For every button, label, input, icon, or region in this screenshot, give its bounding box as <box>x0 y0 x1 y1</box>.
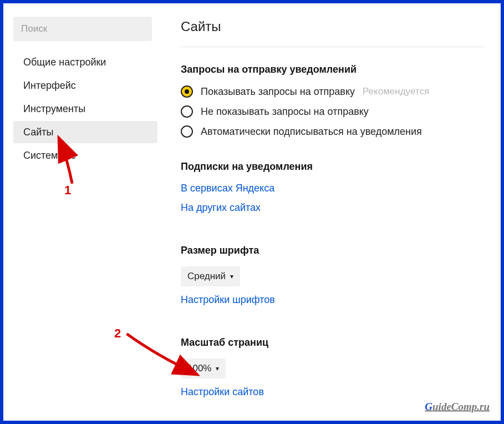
section-font-size: Размер шрифта Средний ▾ Настройки шрифто… <box>181 245 484 314</box>
section-heading-font-size: Размер шрифта <box>181 245 484 256</box>
section-page-scale: Масштаб страниц 100% ▾ Настройки сайтов <box>181 337 484 406</box>
sidebar-item-interface[interactable]: Интерфейс <box>13 74 157 97</box>
link-font-settings[interactable]: Настройки шрифтов <box>181 294 275 306</box>
radio-label: Не показывать запросы на отправку <box>201 106 369 118</box>
sidebar-item-label: Системные <box>23 150 76 161</box>
link-other-sites[interactable]: На других сайтах <box>181 202 261 214</box>
search-placeholder: Поиск <box>21 23 47 34</box>
sidebar: Поиск Общие настройки Интерфейс Инструме… <box>3 3 164 421</box>
sidebar-item-sites[interactable]: Сайты <box>13 121 157 143</box>
radio-auto-subscribe[interactable]: Автоматически подписываться на уведомлен… <box>181 125 484 138</box>
sidebar-item-label: Инструменты <box>23 103 85 115</box>
page-scale-dropdown[interactable]: 100% ▾ <box>181 359 226 378</box>
radio-label: Показывать запросы на отправку <box>201 86 355 98</box>
chevron-down-icon: ▾ <box>230 272 233 280</box>
section-subscriptions: Подписки на уведомления В сервисах Яндек… <box>181 161 484 221</box>
link-site-settings[interactable]: Настройки сайтов <box>181 386 264 398</box>
recommended-badge: Рекомендуется <box>363 86 429 97</box>
main-panel: Сайты Запросы на отправку уведомлений По… <box>164 3 501 421</box>
sidebar-item-label: Интерфейс <box>23 80 76 92</box>
font-size-dropdown[interactable]: Средний ▾ <box>181 266 240 286</box>
section-heading-notifications: Запросы на отправку уведомлений <box>181 64 484 75</box>
link-yandex-services[interactable]: В сервисах Яндекса <box>181 183 274 194</box>
watermark: GuideComp.ru <box>425 401 490 413</box>
sidebar-item-label: Общие настройки <box>23 57 106 68</box>
radio-icon <box>181 85 193 98</box>
sidebar-item-system[interactable]: Системные <box>13 144 157 166</box>
watermark-rest: uideComp.ru <box>432 401 490 412</box>
watermark-first: G <box>425 401 432 412</box>
radio-show-requests[interactable]: Показывать запросы на отправку Рекоменду… <box>181 85 484 98</box>
dropdown-value: 100% <box>187 363 211 374</box>
sidebar-item-tools[interactable]: Инструменты <box>13 98 157 120</box>
search-input[interactable]: Поиск <box>13 17 152 41</box>
sidebar-item-general[interactable]: Общие настройки <box>13 51 157 73</box>
dropdown-value: Средний <box>187 271 226 282</box>
radio-dont-show-requests[interactable]: Не показывать запросы на отправку <box>181 105 484 118</box>
radio-icon <box>181 105 193 118</box>
section-heading-page-scale: Масштаб страниц <box>181 337 484 349</box>
section-notifications: Запросы на отправку уведомлений Показыва… <box>181 64 484 138</box>
settings-window: Поиск Общие настройки Интерфейс Инструме… <box>0 0 504 424</box>
sidebar-item-label: Сайты <box>23 127 53 138</box>
radio-icon <box>181 125 193 138</box>
radio-label: Автоматически подписываться на уведомлен… <box>201 126 422 138</box>
section-heading-subscriptions: Подписки на уведомления <box>181 161 484 173</box>
page-title: Сайты <box>181 19 484 47</box>
chevron-down-icon: ▾ <box>216 365 219 372</box>
